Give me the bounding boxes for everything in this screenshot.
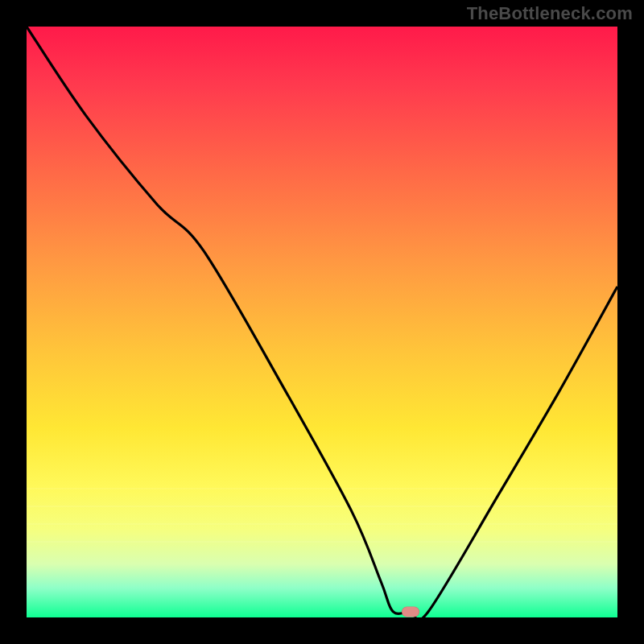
- watermark-text: TheBottleneck.com: [467, 3, 633, 24]
- bottleneck-curve: [27, 27, 617, 617]
- minimum-marker: [402, 606, 419, 617]
- chart-frame: TheBottleneck.com: [0, 0, 644, 644]
- plot-area: [27, 27, 617, 617]
- curve-svg: [27, 27, 617, 617]
